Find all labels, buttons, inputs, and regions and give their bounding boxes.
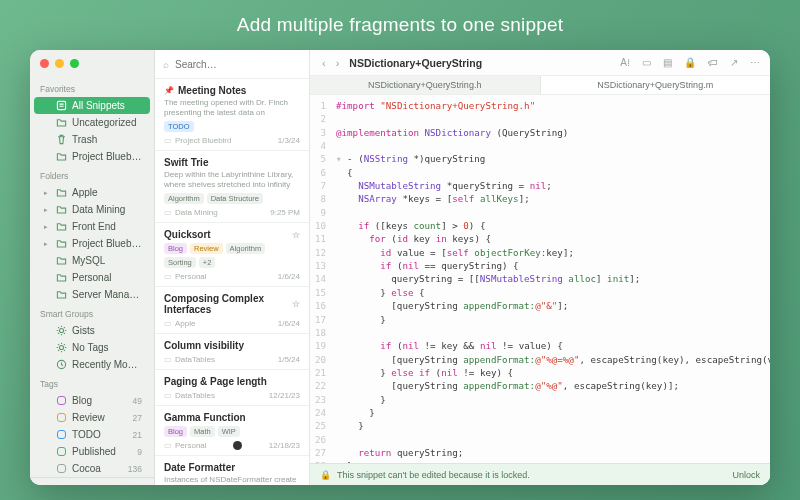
fragment-tab[interactable]: NSDictionary+QueryString.h [310, 76, 541, 94]
tag-chip[interactable]: Math [190, 426, 215, 437]
sidebar-item[interactable]: No Tags [34, 339, 150, 356]
sidebar-item[interactable]: ▸Project Bluebird [34, 235, 150, 252]
sidebar-item[interactable]: Uncategorized [34, 114, 150, 131]
tag-icon [56, 395, 67, 406]
search-input[interactable] [175, 59, 302, 70]
editor-toolbar: ‹› NSDictionary+QueryString A⁞▭▤🔒🏷↗⋯ [310, 50, 770, 76]
sidebar-item[interactable]: ▸Apple [34, 184, 150, 201]
star-icon[interactable]: ☆ [292, 299, 300, 309]
tag-chip[interactable]: WIP [218, 426, 240, 437]
tag-chip[interactable]: Blog [164, 426, 187, 437]
sidebar-section-header: Tags [30, 373, 154, 392]
sidebar-item[interactable]: Gists [34, 322, 150, 339]
sidebar-item-label: Gists [72, 325, 142, 336]
sidebar-item-label: Recently Modified [72, 359, 142, 370]
github-icon [233, 441, 242, 450]
snippet-card[interactable]: Gamma FunctionBlogMathWIP▭Personal12/18/… [155, 406, 309, 456]
card-date: 12/21/23 [269, 391, 300, 400]
forward-icon[interactable]: › [332, 55, 344, 71]
star-icon[interactable]: ☆ [292, 230, 300, 240]
tag-chip[interactable]: TODO [164, 121, 194, 132]
lock-button[interactable]: 🔒 [682, 56, 698, 69]
sidebar-item[interactable]: Published9 [34, 443, 150, 460]
minimize-icon[interactable] [55, 59, 64, 68]
sidebar-item[interactable]: All Snippets [34, 97, 150, 114]
tag-chip[interactable]: Data Structure [207, 193, 263, 204]
sidebar-item[interactable]: TODO21 [34, 426, 150, 443]
snippet-card[interactable]: Composing Complex Interfaces☆▭Apple1/6/2… [155, 287, 309, 334]
tag-chip[interactable]: Blog [164, 243, 187, 254]
sidebar-item[interactable]: MySQL [34, 252, 150, 269]
fragment-tabs: NSDictionary+QueryString.hNSDictionary+Q… [310, 76, 770, 95]
snippet-card[interactable]: Quicksort☆BlogReviewAlgorithmSorting+2▭P… [155, 223, 309, 287]
folder-icon: ▭ [164, 355, 172, 364]
sidebar-item-label: Server Management [72, 289, 142, 300]
snippet-card[interactable]: Date FormatterInstances of NSDateFormatt… [155, 456, 309, 485]
svg-point-2 [59, 345, 63, 349]
sidebar-item[interactable]: Recently Modified [34, 356, 150, 373]
sidebar-item-label: Data Mining [72, 204, 142, 215]
sidebar-item[interactable]: ▸Data Mining [34, 201, 150, 218]
sidebar-item[interactable]: Trash [34, 131, 150, 148]
layout-button[interactable]: ▭ [640, 56, 653, 69]
sidebar-item-count: 9 [137, 447, 142, 457]
gutter: 1 2 3 4 5 6 7 8 9 10 11 12 13 14 15 16 1… [310, 95, 330, 463]
tag-icon [56, 446, 67, 457]
tag-chip[interactable]: Sorting [164, 257, 196, 268]
panels-button[interactable]: ▤ [661, 56, 674, 69]
close-icon[interactable] [40, 59, 49, 68]
folder-icon: ▭ [164, 441, 172, 450]
sidebar-item[interactable]: Review27 [34, 409, 150, 426]
card-title: Gamma Function [164, 412, 246, 423]
svg-rect-0 [57, 101, 65, 109]
fragment-tab[interactable]: NSDictionary+QueryString.m [541, 76, 771, 94]
tag-chip[interactable]: Algorithm [226, 243, 266, 254]
tag-button[interactable]: 🏷 [706, 56, 720, 69]
folder-icon [56, 289, 67, 300]
more-button[interactable]: ⋯ [748, 56, 762, 69]
pin-icon: 📌 [164, 86, 174, 95]
add-button[interactable]: + [38, 482, 46, 485]
sidebar-item-count: 27 [133, 413, 142, 423]
zoom-icon[interactable] [70, 59, 79, 68]
snippet-card[interactable]: 📌Meeting NotesThe meeting opened with Dr… [155, 79, 309, 151]
snippet-list-pane: ⌕ ＋ 📌Meeting NotesThe meeting opened wit… [155, 50, 310, 485]
card-title: Paging & Page length [164, 376, 267, 387]
snippet-card[interactable]: Swift TrieDeep within the Labyrinthine L… [155, 151, 309, 223]
sidebar-filter-input[interactable] [66, 485, 136, 486]
back-icon[interactable]: ‹ [318, 55, 330, 71]
unlock-button[interactable]: Unlock [732, 470, 760, 480]
card-title: Date Formatter [164, 462, 235, 473]
window-controls[interactable] [40, 59, 79, 68]
sidebar-item[interactable]: Personal [34, 269, 150, 286]
snippet-card[interactable]: Paging & Page length▭DataTables12/21/23 [155, 370, 309, 406]
svg-point-1 [59, 328, 63, 332]
snippet-list[interactable]: 📌Meeting NotesThe meeting opened with Dr… [155, 79, 309, 485]
folder-icon: ▭ [164, 319, 172, 328]
card-folder: ▭Project Bluebird [164, 136, 231, 145]
sidebar: FavoritesAll SnippetsUncategorizedTrashP… [30, 50, 155, 485]
tag-chip[interactable]: Algorithm [164, 193, 204, 204]
tag-chip[interactable]: +2 [199, 257, 216, 268]
share-button[interactable]: ↗ [728, 56, 740, 69]
sidebar-item-label: Personal [72, 272, 142, 283]
snippet-card[interactable]: Column visibility▭DataTables1/5/24 [155, 334, 309, 370]
nav-arrows[interactable]: ‹› [318, 55, 343, 71]
lock-message: This snippet can't be edited because it … [337, 470, 530, 480]
sidebar-item[interactable]: Server Management [34, 286, 150, 303]
sidebar-item-count: 21 [133, 430, 142, 440]
font-button[interactable]: A⁞ [618, 56, 632, 69]
folder-icon [56, 255, 67, 266]
snippets-icon [56, 100, 67, 111]
tag-chip[interactable]: Review [190, 243, 223, 254]
card-date: 1/3/24 [278, 136, 300, 145]
lock-bar: 🔒 This snippet can't be edited because i… [310, 463, 770, 485]
sidebar-item[interactable]: ▸Front End [34, 218, 150, 235]
gear-icon [56, 325, 67, 336]
sidebar-item[interactable]: Project Bluebird [34, 148, 150, 165]
tag-icon [56, 463, 67, 474]
chevron-right-icon: ▸ [44, 206, 51, 214]
sidebar-item[interactable]: Blog49 [34, 392, 150, 409]
sidebar-item[interactable]: Cocoa136 [34, 460, 150, 477]
tag-icon [56, 412, 67, 423]
